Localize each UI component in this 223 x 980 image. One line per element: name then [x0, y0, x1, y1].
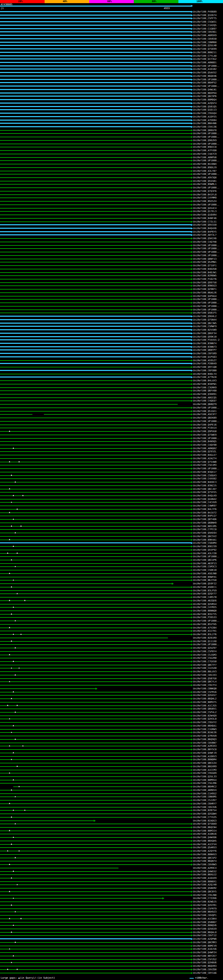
alignment-bar[interactable] [0, 712, 191, 713]
alignment-bar[interactable] [0, 688, 95, 689]
alignment-bar[interactable] [0, 739, 191, 740]
alignment-bar[interactable] [0, 259, 191, 259]
alignment-bar[interactable] [0, 171, 191, 172]
alignment-bar[interactable] [0, 326, 191, 327]
alignment-bar[interactable] [0, 414, 191, 415]
alignment-bar[interactable] [0, 167, 191, 168]
alignment-bar[interactable] [0, 905, 191, 905]
alignment-bar[interactable] [0, 384, 191, 385]
alignment-bar[interactable] [0, 499, 191, 500]
alignment-bar[interactable] [0, 627, 191, 628]
alignment-bar[interactable] [0, 177, 191, 178]
alignment-bar[interactable] [0, 272, 191, 273]
alignment-bar[interactable] [0, 938, 191, 939]
alignment-bar[interactable] [0, 624, 191, 625]
alignment-bar[interactable] [0, 492, 191, 493]
alignment-bar[interactable] [0, 533, 191, 533]
alignment-bar[interactable] [0, 949, 191, 950]
alignment-bar[interactable] [0, 708, 191, 709]
alignment-bar[interactable] [0, 234, 191, 235]
alignment-bar[interactable] [0, 323, 191, 324]
alignment-bar[interactable] [0, 154, 191, 154]
alignment-bar[interactable] [0, 583, 172, 584]
alignment-bar[interactable] [0, 935, 191, 936]
alignment-bar[interactable] [0, 353, 191, 354]
alignment-bar[interactable] [0, 570, 191, 571]
alignment-bar[interactable] [0, 878, 191, 878]
alignment-bar[interactable] [0, 18, 191, 19]
alignment-bar[interactable] [0, 790, 191, 791]
alignment-bar[interactable] [0, 465, 191, 466]
alignment-bar[interactable] [0, 485, 191, 486]
alignment-bar[interactable] [0, 228, 191, 229]
alignment-bar[interactable] [0, 126, 191, 127]
alignment-bar[interactable] [0, 678, 191, 679]
alignment-bar[interactable] [0, 915, 191, 916]
alignment-bar[interactable] [0, 293, 191, 293]
alignment-bar[interactable] [0, 813, 191, 814]
alignment-bar[interactable] [0, 631, 191, 631]
alignment-bar[interactable] [0, 397, 191, 398]
alignment-bar[interactable] [0, 79, 191, 80]
alignment-bar[interactable] [0, 946, 191, 946]
alignment-bar[interactable] [0, 783, 191, 784]
alignment-bar[interactable] [0, 215, 191, 215]
alignment-bar[interactable] [0, 343, 191, 344]
alignment-bar[interactable] [0, 665, 191, 665]
alignment-bar[interactable] [0, 204, 191, 205]
alignment-bar[interactable] [0, 339, 191, 340]
alignment-bar[interactable] [0, 143, 191, 144]
alignment-bar[interactable] [0, 780, 191, 780]
alignment-bar[interactable] [0, 208, 191, 208]
alignment-bar[interactable] [0, 21, 191, 22]
alignment-bar[interactable] [0, 95, 191, 97]
alignment-bar[interactable] [0, 593, 191, 594]
alignment-bar[interactable] [0, 390, 191, 391]
alignment-bar[interactable] [0, 770, 191, 770]
alignment-bar[interactable] [0, 68, 191, 70]
alignment-bar[interactable] [0, 188, 191, 188]
alignment-bar[interactable] [0, 655, 191, 655]
alignment-bar[interactable] [0, 736, 191, 736]
alignment-bar[interactable] [0, 702, 191, 703]
alignment-bar[interactable] [0, 658, 191, 659]
alignment-bar[interactable] [0, 14, 191, 16]
alignment-bar[interactable] [0, 901, 191, 902]
alignment-bar[interactable] [0, 197, 191, 198]
alignment-bar[interactable] [0, 285, 191, 286]
alignment-bar[interactable] [0, 515, 191, 516]
alignment-bar[interactable] [0, 130, 191, 131]
alignment-bar[interactable] [0, 140, 191, 141]
alignment-bar[interactable] [0, 522, 191, 523]
alignment-bar[interactable] [0, 346, 191, 347]
alignment-bar[interactable] [0, 428, 191, 428]
alignment-bar[interactable] [0, 681, 191, 682]
alignment-bar[interactable] [0, 617, 191, 618]
alignment-bar[interactable] [0, 72, 191, 73]
alignment-bar[interactable] [0, 743, 191, 743]
alignment-bar[interactable] [0, 668, 191, 668]
alignment-bar[interactable] [0, 560, 191, 560]
alignment-bar[interactable] [0, 374, 191, 374]
alignment-bar[interactable] [0, 59, 191, 59]
alignment-bar[interactable] [0, 512, 191, 513]
alignment-bar[interactable] [0, 763, 191, 764]
alignment-bar[interactable] [0, 99, 191, 100]
alignment-bar[interactable] [0, 756, 191, 757]
alignment-bar[interactable] [0, 299, 191, 300]
alignment-bar[interactable] [0, 11, 191, 12]
alignment-bar[interactable] [0, 82, 191, 83]
alignment-bar[interactable] [0, 62, 191, 63]
alignment-bar[interactable] [0, 864, 191, 865]
alignment-bar[interactable] [0, 302, 191, 303]
alignment-bar[interactable] [0, 844, 191, 845]
alignment-bar[interactable] [0, 732, 191, 733]
alignment-bar[interactable] [0, 282, 191, 283]
alignment-bar[interactable] [0, 810, 191, 811]
alignment-bar[interactable] [0, 86, 191, 87]
alignment-bar[interactable] [0, 962, 191, 963]
alignment-bar[interactable] [0, 431, 191, 432]
alignment-bar[interactable] [0, 75, 191, 76]
alignment-bar[interactable] [0, 387, 191, 388]
alignment-bar[interactable] [0, 89, 191, 90]
